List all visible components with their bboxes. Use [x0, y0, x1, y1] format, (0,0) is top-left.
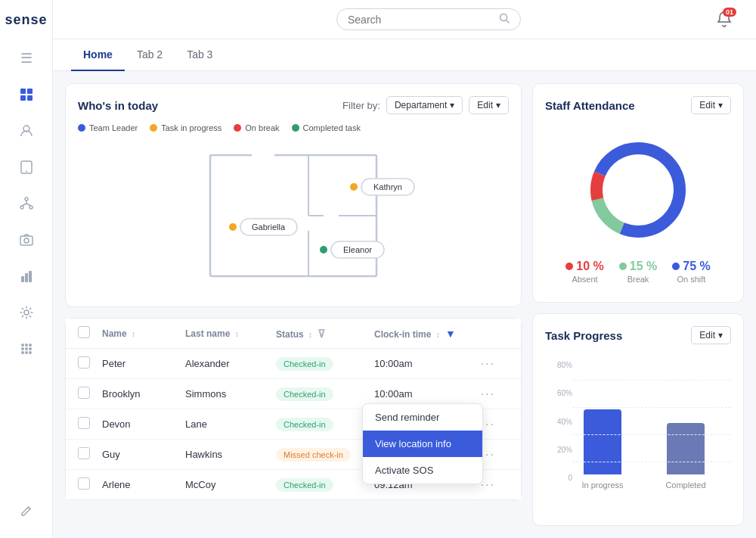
y-label-0: 0: [545, 474, 572, 482]
select-all-checkbox[interactable]: [78, 326, 90, 338]
col-last-header: Last name ↕: [185, 328, 276, 339]
row-checkbox[interactable]: [78, 387, 90, 399]
edit-select[interactable]: Edit ▾: [469, 96, 509, 114]
legend-label-on-break: On break: [245, 123, 279, 132]
context-menu-item-activate-sos[interactable]: Activate SOS: [363, 457, 482, 484]
status-badge: Checked-in: [276, 387, 333, 401]
svg-rect-31: [252, 154, 274, 157]
left-panel: Who's in today Filter by: Departament ▾ …: [65, 83, 522, 526]
svg-point-6: [26, 171, 27, 173]
svg-point-39: [320, 246, 327, 253]
staff-attendance-edit[interactable]: Edit ▾: [691, 96, 731, 114]
row-actions-button[interactable]: ···: [481, 357, 495, 370]
clock-sort-icon[interactable]: ↕: [436, 331, 440, 339]
last-sort-icon[interactable]: ↕: [235, 330, 239, 338]
svg-point-20: [25, 347, 28, 350]
search-icon: [499, 13, 510, 26]
chevron-down-icon: ▾: [496, 100, 500, 110]
svg-text:Eleanor: Eleanor: [343, 245, 372, 254]
context-menu-item-view-location[interactable]: View location info: [363, 431, 482, 457]
whos-in-header: Who's in today Filter by: Departament ▾ …: [78, 96, 509, 114]
on-break-dot: [234, 124, 241, 132]
right-panel: Staff Attendance Edit ▾: [532, 83, 744, 526]
grid-icon[interactable]: [11, 79, 42, 110]
row-checkbox[interactable]: [78, 417, 90, 429]
first-name: Peter: [102, 358, 185, 369]
status-sort-icon[interactable]: ↕: [308, 331, 312, 339]
y-label-40: 40%: [545, 418, 572, 426]
camera-icon[interactable]: [11, 225, 42, 255]
edit-icon[interactable]: [11, 496, 42, 526]
svg-point-22: [21, 351, 24, 354]
absent-label: Absent: [572, 275, 597, 284]
user-icon[interactable]: [11, 116, 42, 146]
legend-label-team-leader: Team Leader: [89, 123, 138, 132]
context-menu-item-send-reminder[interactable]: Send reminder: [363, 404, 482, 431]
svg-point-8: [20, 206, 23, 209]
staff-attendance-card: Staff Attendance Edit ▾: [532, 83, 744, 303]
status-badge: Checked-in: [276, 418, 333, 431]
floor-plan-legend: Team Leader Task in progress On break Co…: [78, 123, 509, 132]
search-input[interactable]: [348, 14, 493, 26]
dots-icon[interactable]: [11, 334, 42, 364]
tab-3[interactable]: Tab 3: [175, 39, 225, 71]
department-select[interactable]: Departament ▾: [386, 96, 463, 114]
status-filter-icon[interactable]: ⊽: [318, 328, 325, 340]
tab-2[interactable]: Tab 2: [125, 39, 175, 71]
svg-rect-1: [27, 89, 33, 94]
task-progress-edit[interactable]: Edit ▾: [691, 326, 731, 344]
grid-line-80: [572, 380, 731, 381]
tablet-icon[interactable]: [11, 152, 42, 182]
floor-plan: Gabriella Kathryn Eleanor: [78, 140, 509, 294]
svg-point-7: [25, 197, 28, 201]
team-leader-dot: [78, 124, 85, 132]
svg-point-11: [24, 238, 29, 243]
y-label-20: 20%: [545, 446, 572, 454]
main-content: 01 Home Tab 2 Tab 3 Who's in today Filte…: [53, 0, 756, 538]
task-progress-card: Task Progress Edit ▾ 0 20% 40% 60%: [532, 313, 744, 526]
svg-point-17: [25, 344, 28, 347]
settings-icon[interactable]: [11, 297, 42, 328]
clock-in-time: 10:00am: [374, 388, 465, 400]
svg-point-21: [29, 347, 32, 350]
table-row: Brooklyn Simmons Checked-in 10:00am ··· …: [66, 379, 521, 409]
bar-chart-inner: 0 20% 40% 60% 80%: [545, 353, 731, 490]
svg-rect-2: [20, 95, 26, 101]
whos-in-title: Who's in today: [78, 99, 158, 112]
chevron-down-icon: ▾: [718, 330, 723, 341]
donut-chart-container: 10 % Absent 15 % Break: [545, 123, 731, 290]
search-bar[interactable]: [336, 8, 521, 30]
y-label-60: 60%: [545, 389, 572, 397]
status-badge: Checked-in: [276, 357, 333, 371]
row-checkbox[interactable]: [78, 447, 90, 459]
hierarchy-icon[interactable]: [11, 188, 42, 219]
legend-team-leader: Team Leader: [78, 123, 138, 132]
clock-filter-active-icon[interactable]: ▼: [445, 328, 456, 340]
tab-home[interactable]: Home: [71, 39, 125, 71]
svg-text:Kathryn: Kathryn: [373, 182, 402, 191]
chart-icon[interactable]: [11, 261, 42, 291]
legend-label-completed: Completed task: [303, 123, 361, 132]
row-checkbox[interactable]: [78, 477, 90, 490]
first-name: Guy: [102, 449, 185, 460]
table-row: Peter Alexander Checked-in 10:00am ···: [66, 349, 521, 379]
sidebar: sense ☰: [0, 0, 53, 538]
last-name: Alexander: [185, 358, 276, 369]
task-progress-header: Task Progress Edit ▾: [545, 326, 731, 344]
row-checkbox[interactable]: [78, 356, 90, 369]
svg-rect-14: [29, 271, 32, 282]
col-name-header: Name ↕: [102, 328, 185, 339]
bar-in-progress-label: In progress: [581, 480, 623, 490]
name-sort-icon[interactable]: ↕: [132, 330, 135, 338]
row-actions-button[interactable]: ···: [481, 387, 495, 400]
notification-button[interactable]: 01: [711, 6, 738, 33]
legend-task-progress: Task in progress: [150, 123, 222, 132]
bar-in-progress: In progress: [572, 409, 633, 490]
table-header: Name ↕ Last name ↕ Status ↕ ⊽ Clock-in t…: [66, 319, 521, 349]
chevron-down-icon: ▾: [450, 100, 454, 110]
svg-point-9: [29, 206, 33, 209]
grid-line-60: [572, 407, 731, 408]
last-name: Hawkins: [185, 449, 276, 460]
menu-icon[interactable]: ☰: [11, 43, 42, 73]
completed-dot: [292, 124, 299, 132]
